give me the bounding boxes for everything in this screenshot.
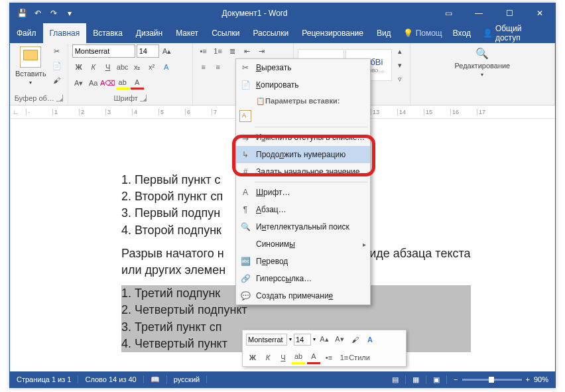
tab-file[interactable]: Файл bbox=[10, 23, 43, 43]
tab-layout[interactable]: Макет bbox=[169, 23, 205, 43]
tab-view[interactable]: Вид bbox=[370, 23, 398, 43]
superscript-button[interactable]: x² bbox=[145, 60, 158, 74]
chevron-down-icon: ▾ bbox=[481, 72, 483, 78]
lightbulb-icon: 💡 bbox=[403, 29, 413, 38]
clear-format-icon[interactable]: A⌫ bbox=[101, 76, 115, 90]
view-print-icon[interactable]: ▦ bbox=[406, 375, 426, 384]
tab-insert[interactable]: Вставка bbox=[86, 23, 129, 43]
zoom-level[interactable]: 90% bbox=[534, 375, 548, 383]
maximize-button[interactable]: ☐ bbox=[494, 3, 525, 23]
cut-icon[interactable]: ✂ bbox=[50, 44, 64, 58]
zoom-control[interactable]: − + 90% bbox=[447, 375, 555, 383]
view-web-icon[interactable]: ▣ bbox=[426, 375, 447, 384]
tab-design[interactable]: Дизайн bbox=[129, 23, 169, 43]
tab-references[interactable]: Ссылки bbox=[205, 23, 246, 43]
mini-font-name[interactable] bbox=[246, 334, 287, 346]
styles-icon[interactable]: A bbox=[363, 333, 377, 346]
translate-icon: 🔤 bbox=[239, 257, 251, 266]
bullets-icon[interactable]: •≡ bbox=[197, 44, 210, 58]
paste-options-header: 📋Параметры вставки: bbox=[236, 94, 370, 108]
bold-button[interactable]: Ж bbox=[72, 60, 86, 74]
redo-icon[interactable]: ↷ bbox=[47, 7, 60, 20]
multilevel-icon[interactable]: ≣ bbox=[226, 44, 239, 58]
menu-set-value[interactable]: #Задать начальное значение… bbox=[236, 163, 370, 180]
font-color-icon[interactable]: A bbox=[307, 351, 320, 364]
copy-icon[interactable]: 📄 bbox=[50, 59, 64, 72]
qat-dropdown-icon[interactable]: ▾ bbox=[63, 7, 76, 20]
chevron-down-icon[interactable]: ▾ bbox=[289, 336, 292, 342]
paste-button[interactable]: Вставить ▾ bbox=[14, 44, 48, 88]
font-color-icon[interactable]: A bbox=[131, 76, 144, 90]
shrink-font-icon[interactable]: A▾ bbox=[333, 333, 346, 346]
language-indicator[interactable]: русский bbox=[167, 375, 207, 383]
menu-paragraph[interactable]: ¶Абзац… bbox=[236, 201, 370, 218]
dialog-launcher-icon[interactable] bbox=[140, 95, 147, 101]
menu-font[interactable]: AШрифт… bbox=[236, 184, 370, 201]
editing-button[interactable]: 🔍 Редактирование ▾ bbox=[453, 44, 511, 80]
zoom-slider[interactable] bbox=[462, 379, 522, 381]
tell-me[interactable]: 💡Помощ bbox=[398, 23, 448, 43]
view-read-icon[interactable]: ▤ bbox=[385, 375, 406, 384]
zoom-out-icon[interactable]: − bbox=[454, 375, 458, 383]
sign-in[interactable]: Вход bbox=[448, 23, 476, 43]
decrease-indent-icon[interactable]: ⇤ bbox=[241, 44, 254, 58]
gallery-down-icon[interactable]: ▾ bbox=[393, 58, 407, 72]
menu-synonyms[interactable]: Синонимы▸ bbox=[236, 235, 370, 253]
tab-home[interactable]: Главная bbox=[43, 23, 87, 43]
tab-mailings[interactable]: Рассылки bbox=[246, 23, 295, 43]
menu-translate[interactable]: 🔤Перевод bbox=[236, 253, 370, 270]
grow-font-icon[interactable]: A▴ bbox=[318, 333, 331, 346]
subscript-button[interactable]: x₂ bbox=[131, 60, 144, 74]
font-size-input[interactable] bbox=[137, 44, 159, 58]
format-painter-icon[interactable]: 🖌 bbox=[348, 333, 361, 346]
share-button[interactable]: 👤Общий доступ bbox=[476, 23, 555, 43]
menu-new-comment[interactable]: 💬Создать примечание bbox=[236, 287, 370, 304]
tab-review[interactable]: Рецензирование bbox=[295, 23, 370, 43]
menu-copy[interactable]: 📄Копировать bbox=[236, 76, 370, 94]
close-button[interactable]: ✕ bbox=[525, 3, 555, 23]
statusbar: Страница 1 из 1 Слово 14 из 40 📖 русский… bbox=[10, 371, 555, 387]
underline-button[interactable]: Ч bbox=[101, 60, 115, 74]
format-painter-icon[interactable]: 🖌 bbox=[50, 74, 64, 87]
gallery-up-icon[interactable]: ▴ bbox=[393, 44, 407, 58]
gallery-more-icon[interactable]: ▿ bbox=[393, 72, 407, 86]
change-case-icon[interactable]: Aa bbox=[87, 76, 100, 90]
save-icon[interactable]: 💾 bbox=[15, 7, 29, 20]
minimize-button[interactable]: — bbox=[464, 3, 494, 23]
menu-smart-lookup[interactable]: 🔍Интеллектуальный поиск bbox=[236, 218, 370, 235]
numbering-icon[interactable]: 1≡ bbox=[212, 44, 225, 58]
grow-font-icon[interactable]: A▴ bbox=[160, 44, 174, 58]
menu-hyperlink[interactable]: 🔗Гиперссылка… bbox=[236, 270, 370, 287]
text-effects-icon[interactable]: A bbox=[160, 60, 173, 74]
mini-font-size[interactable] bbox=[294, 334, 311, 346]
ribbon-options-icon[interactable]: ▭ bbox=[433, 3, 464, 23]
shrink-font-icon[interactable]: A▾ bbox=[72, 76, 86, 90]
link-icon: 🔗 bbox=[239, 274, 251, 283]
font-icon: A bbox=[239, 188, 251, 197]
menu-adjust-indents[interactable]: ⇆Изменить отступы в списке… bbox=[236, 129, 370, 146]
underline-button[interactable]: Ч bbox=[277, 351, 290, 364]
font-name-input[interactable] bbox=[72, 44, 135, 58]
bold-button[interactable]: Ж bbox=[246, 351, 259, 364]
menu-cut[interactable]: ✂Вырезать bbox=[236, 59, 370, 76]
zoom-in-icon[interactable]: + bbox=[526, 375, 530, 383]
word-count[interactable]: Слово 14 из 40 bbox=[78, 375, 143, 383]
dialog-launcher-icon[interactable] bbox=[56, 95, 63, 101]
mini-toolbar: ▾ ▾ A▴ A▾ 🖌 A Ж К Ч ab A •≡ 1≡ Стили bbox=[242, 330, 407, 367]
italic-button[interactable]: К bbox=[261, 351, 275, 364]
spellcheck-icon[interactable]: 📖 bbox=[144, 375, 167, 384]
align-center-icon[interactable]: ≡ bbox=[212, 60, 225, 74]
page-indicator[interactable]: Страница 1 из 1 bbox=[10, 375, 78, 383]
styles-dropdown[interactable]: Стили bbox=[353, 351, 366, 364]
bullets-icon[interactable]: •≡ bbox=[322, 351, 336, 364]
menu-continue-numbering[interactable]: ↳Продолжить нумерацию bbox=[236, 146, 370, 163]
highlight-icon[interactable]: ab bbox=[116, 76, 129, 90]
align-left-icon[interactable]: ≡ bbox=[197, 60, 210, 74]
italic-button[interactable]: К bbox=[87, 60, 100, 74]
highlight-icon[interactable]: ab bbox=[292, 351, 305, 364]
paste-option-keep[interactable] bbox=[236, 108, 370, 125]
strike-button[interactable]: abc bbox=[116, 60, 129, 74]
chevron-down-icon[interactable]: ▾ bbox=[313, 336, 316, 342]
undo-icon[interactable]: ↶ bbox=[31, 7, 44, 20]
increase-indent-icon[interactable]: ⇥ bbox=[255, 44, 269, 58]
